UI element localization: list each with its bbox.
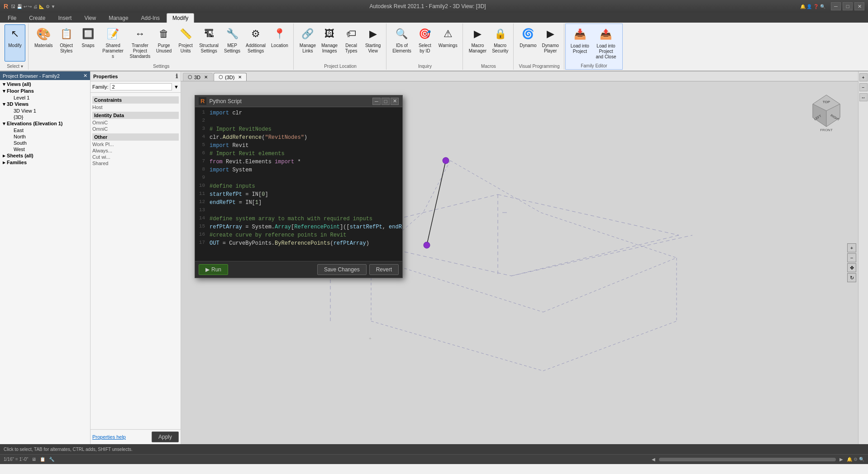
tab-file[interactable]: File (2, 13, 22, 23)
vp-group-label: Visual Programming (519, 63, 560, 69)
minimize-btn[interactable]: ─ (831, 2, 841, 10)
structural-settings-btn[interactable]: 🏗 Structural Settings (197, 24, 221, 62)
tab-view[interactable]: View (78, 13, 102, 23)
tab-insert[interactable]: Insert (52, 13, 77, 23)
macro-manager-btn[interactable]: ▶ Macro Manager (467, 24, 489, 62)
project-browser-close[interactable]: ✕ (83, 73, 87, 79)
starting-view-btn[interactable]: ▶ Starting View (362, 24, 383, 62)
zoom-in-btn[interactable]: + (847, 243, 856, 252)
dynamo-player-label: Dynamo Player (542, 43, 559, 54)
python-code-editor[interactable]: 1 import clr 2 3 # Import RevitNodes 4 c… (195, 107, 402, 261)
code-line-9: 9 (195, 174, 402, 182)
right-panel-btn-2[interactable]: − (859, 83, 868, 91)
scroll-bar-bottom[interactable] (659, 458, 836, 461)
python-revert-btn[interactable]: Revert (369, 264, 399, 275)
scroll-indicator: ◀ (652, 457, 655, 462)
3d-tab-close[interactable]: ✕ (204, 75, 208, 80)
pan-btn[interactable]: ✥ (847, 263, 856, 272)
additional-settings-label: Additional Settings (246, 43, 266, 54)
shared-value (133, 161, 179, 166)
families-node[interactable]: ▸ Families (1, 159, 89, 166)
elevations-node[interactable]: ▾ Elevations (Elevation 1) (1, 120, 89, 127)
omnic2-row: OmniC (92, 126, 179, 132)
right-panel-btn-3[interactable]: ↔ (859, 93, 868, 101)
east-node[interactable]: East (1, 127, 89, 133)
viewport: ⬡ 3D ✕ ⬡ (3D) ✕ TOP LEFT (181, 71, 858, 444)
python-dialog-controls: ─ □ ✕ (372, 98, 399, 105)
project-units-btn[interactable]: 📏 Project Units (175, 24, 196, 62)
macro-manager-icon: ▶ (469, 26, 486, 42)
dynamo-player-btn[interactable]: ▶ Dynamo Player (540, 24, 561, 62)
properties-help-link[interactable]: Properties help (92, 434, 126, 440)
west-node[interactable]: West (1, 146, 89, 152)
apply-btn[interactable]: Apply (152, 431, 179, 442)
load-into-project-btn[interactable]: 📥 Load into Project (568, 25, 591, 62)
code-line-10: 10 #define inputs (195, 182, 402, 190)
python-run-btn[interactable]: ▶ Run (199, 264, 228, 275)
right-panel-btn-1[interactable]: + (859, 73, 868, 81)
south-node[interactable]: South (1, 140, 89, 146)
select-by-id-label: Select by ID (419, 43, 431, 54)
close-btn[interactable]: ✕ (854, 2, 864, 10)
north-node[interactable]: North (1, 133, 89, 140)
python-save-btn[interactable]: Save Changes (317, 264, 367, 275)
ribbon-group-macros: ▶ Macro Manager 🔒 Macro Security Macros (464, 24, 514, 70)
3d-view1-node[interactable]: 3D View 1 (1, 108, 89, 114)
3d-views-node[interactable]: ▾ 3D Views (1, 101, 89, 108)
floor-plans-node[interactable]: ▾ Floor Plans (1, 88, 89, 95)
3d-node[interactable]: {3D} (1, 114, 89, 120)
3d-active-tab-close[interactable]: ✕ (238, 75, 242, 80)
sheets-node[interactable]: ▸ Sheets (all) (1, 152, 89, 159)
purge-unused-btn[interactable]: 🗑 Purge Unused (153, 24, 174, 62)
code-line-16: 16 #create curve by reference points in … (195, 231, 402, 239)
identity-section: Identity Data (92, 112, 179, 119)
ribbon-group-items: ↖ Modify (5, 24, 25, 63)
views-all-node[interactable]: ▾ Views (all) (1, 81, 89, 88)
ids-elements-btn[interactable]: 🔍 IDs of Elements (390, 24, 414, 62)
python-dialog-maximize[interactable]: □ (382, 98, 390, 105)
view-tab-3d[interactable]: ⬡ 3D ✕ (183, 73, 213, 81)
tab-create[interactable]: Create (23, 13, 51, 23)
properties-info-icon[interactable]: ℹ (176, 73, 178, 80)
modify-label: Modify (8, 43, 21, 48)
macro-security-btn[interactable]: 🔒 Macro Security (490, 24, 510, 62)
inquiry-items: 🔍 IDs of Elements 🎯 Select by ID ⚠ Warni… (390, 24, 460, 63)
mep-settings-btn[interactable]: 🔧 MEP Settings (222, 24, 243, 62)
dynamo-btn[interactable]: 🌀 Dynamo (517, 24, 539, 62)
shared-params-btn[interactable]: 📝 Shared Parameters (100, 24, 127, 62)
starting-view-icon: ▶ (365, 26, 381, 42)
decal-types-label: Decal Types (345, 43, 358, 54)
code-line-5: 5 import Revit (195, 142, 402, 150)
manage-images-btn[interactable]: 🖼 Manage Images (319, 24, 340, 62)
select-by-id-btn[interactable]: 🎯 Select by ID (415, 24, 435, 62)
warnings-btn[interactable]: ⚠ Warnings (436, 24, 460, 62)
zoom-out-btn[interactable]: − (847, 253, 856, 262)
ribbon-group-select: ↖ Modify Select ▾ (2, 24, 29, 70)
snaps-btn[interactable]: 🔲 Snaps (78, 24, 99, 62)
navigation-cube[interactable]: TOP LEFT RIGHT FRONT (804, 90, 849, 136)
modify-btn[interactable]: ↖ Modify (5, 24, 25, 62)
python-dialog-close[interactable]: ✕ (391, 98, 399, 105)
view-controls: + − ✥ ↻ (847, 243, 856, 282)
omnic1-value (133, 120, 179, 125)
manage-links-btn[interactable]: 🔗 Manage Links (297, 24, 318, 62)
level1-node[interactable]: Level 1 (1, 95, 89, 101)
decal-types-btn[interactable]: 🏷 Decal Types (341, 24, 362, 62)
transfer-standards-btn[interactable]: ↔ Transfer Project Standards (128, 24, 153, 62)
family-dropdown-icon[interactable]: ▼ (174, 84, 179, 90)
maximize-btn[interactable]: □ (843, 2, 853, 10)
object-styles-btn[interactable]: 📋 Object Styles (56, 24, 77, 62)
tab-manage[interactable]: Manage (103, 13, 134, 23)
load-project-close-btn[interactable]: 📤 Load into Project and Close (592, 25, 620, 62)
python-dialog-minimize[interactable]: ─ (372, 98, 381, 105)
rotate-btn[interactable]: ↻ (847, 273, 856, 282)
view-tab-3d-active[interactable]: ⬡ (3D) ✕ (214, 73, 247, 81)
location-btn[interactable]: 📍 Location (269, 24, 291, 62)
transfer-standards-label: Transfer Project Standards (130, 43, 151, 59)
tab-addins[interactable]: Add-Ins (135, 13, 166, 23)
materials-btn[interactable]: 🎨 Materials (32, 24, 55, 62)
tab-modify[interactable]: Modify (167, 13, 194, 23)
additional-settings-btn[interactable]: ⚙ Additional Settings (243, 24, 268, 62)
always-label: Always... (92, 148, 133, 153)
ribbon-group-inquiry: 🔍 IDs of Elements 🎯 Select by ID ⚠ Warni… (387, 24, 463, 70)
